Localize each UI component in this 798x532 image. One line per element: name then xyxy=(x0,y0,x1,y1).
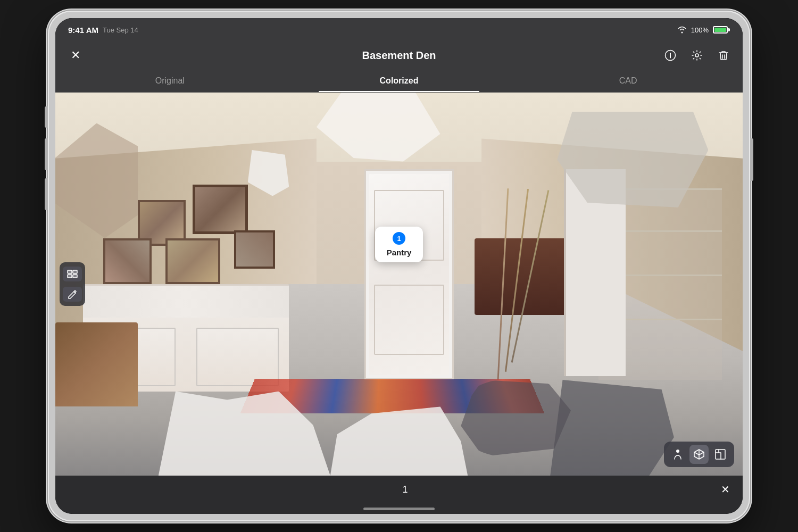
info-button[interactable] xyxy=(662,47,679,64)
battery-percent: 100% xyxy=(691,26,709,34)
volume-down-button[interactable] xyxy=(45,138,48,170)
3d-view-button[interactable] xyxy=(689,445,709,464)
picture-frame-4 xyxy=(165,238,220,284)
annotation-number: 1 xyxy=(402,484,408,495)
scan-patch-dark-right xyxy=(550,380,674,476)
annotation-bar: 1 ✕ xyxy=(55,476,743,503)
home-indicator-area xyxy=(55,503,743,514)
picture-frame-3 xyxy=(103,238,151,284)
ipad-frame: 9:41 AM Tue Sep 14 100% xyxy=(48,11,750,521)
svg-rect-3 xyxy=(73,270,77,273)
tab-original[interactable]: Original xyxy=(55,69,285,92)
annotation-badge: 1 xyxy=(393,232,405,245)
delete-button[interactable] xyxy=(715,47,732,64)
wifi-icon xyxy=(677,26,687,34)
status-time: 9:41 AM xyxy=(68,26,98,35)
view-mode-toolbar xyxy=(664,442,734,467)
ipad-screen: 9:41 AM Tue Sep 14 100% xyxy=(55,18,743,514)
tab-cad[interactable]: CAD xyxy=(513,69,743,92)
power-button[interactable] xyxy=(750,138,753,181)
door-frame xyxy=(364,169,454,380)
silent-button[interactable] xyxy=(45,178,48,210)
svg-point-1 xyxy=(695,54,699,57)
svg-rect-2 xyxy=(68,270,72,273)
tab-bar: Original Colorized CAD xyxy=(55,69,743,93)
pantry-annotation[interactable]: 1 Pantry xyxy=(375,227,423,262)
scan-view-button[interactable] xyxy=(63,267,82,281)
picture-frame-2 xyxy=(193,185,247,235)
status-date: Tue Sep 14 xyxy=(103,26,138,34)
svg-rect-4 xyxy=(68,275,72,278)
page-title: Basement Den xyxy=(362,49,436,62)
volume-up-button[interactable] xyxy=(45,106,48,128)
couch-left xyxy=(55,322,138,406)
home-indicator-bar xyxy=(363,508,435,510)
status-bar: 9:41 AM Tue Sep 14 100% xyxy=(55,18,743,41)
annotation-dismiss-button[interactable]: ✕ xyxy=(721,483,730,496)
svg-point-6 xyxy=(676,450,679,453)
settings-button[interactable] xyxy=(688,47,705,64)
svg-rect-5 xyxy=(73,275,77,278)
scan-viewport[interactable]: 1 Pantry xyxy=(55,93,743,476)
scan-dark-floor xyxy=(461,380,571,456)
scan-background: 1 Pantry xyxy=(55,93,743,476)
svg-rect-7 xyxy=(716,450,725,459)
left-panel-controls xyxy=(60,262,85,306)
picture-frame-5 xyxy=(234,230,276,269)
status-right: 100% xyxy=(677,26,730,34)
annotation-text: Pantry xyxy=(387,248,412,257)
dark-counter xyxy=(475,238,578,315)
screen-content: 9:41 AM Tue Sep 14 100% xyxy=(55,18,743,514)
battery-icon xyxy=(713,26,730,34)
tab-colorized[interactable]: Colorized xyxy=(285,69,514,92)
person-view-button[interactable] xyxy=(668,445,687,464)
edit-view-button[interactable] xyxy=(63,287,82,302)
header-actions xyxy=(662,47,732,64)
app-header: ✕ Basement Den xyxy=(55,41,743,69)
close-button[interactable]: ✕ xyxy=(66,46,85,65)
floorplan-view-button[interactable] xyxy=(711,445,730,464)
